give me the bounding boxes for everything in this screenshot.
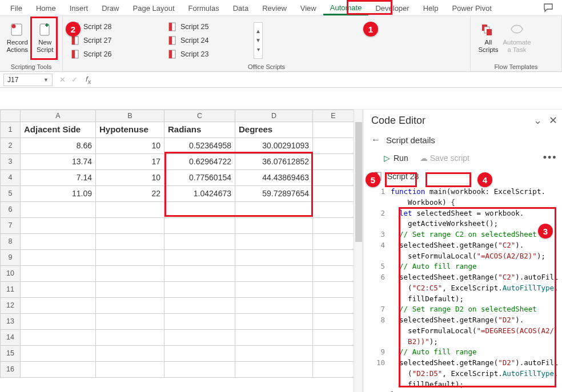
empty-cell[interactable] (313, 234, 354, 250)
name-box[interactable]: J17▼ (3, 74, 53, 86)
tab-file[interactable]: File (3, 1, 29, 14)
empty-cell[interactable] (96, 314, 164, 330)
save-script-button[interactable]: ☁ Save script (416, 152, 473, 164)
data-cell[interactable] (313, 170, 354, 186)
empty-cell[interactable] (164, 362, 235, 378)
new-script-button[interactable]: New Script (31, 18, 59, 57)
empty-cell[interactable] (235, 298, 313, 314)
data-cell[interactable]: 22 (96, 186, 164, 202)
empty-cell[interactable] (96, 330, 164, 346)
empty-cell[interactable] (235, 330, 313, 346)
empty-cell[interactable] (21, 250, 96, 266)
row-header[interactable]: 12 (0, 298, 21, 314)
header-cell[interactable]: Degrees (235, 122, 313, 138)
empty-cell[interactable] (21, 234, 96, 250)
row-header[interactable]: 6 (0, 202, 21, 218)
all-scripts-button[interactable]: All Scripts (474, 18, 503, 57)
col-header[interactable]: E (313, 110, 354, 122)
empty-cell[interactable] (96, 234, 164, 250)
header-cell[interactable]: Adjacent Side (21, 122, 96, 138)
data-cell[interactable] (313, 138, 354, 154)
empty-cell[interactable] (164, 234, 235, 250)
empty-cell[interactable] (96, 218, 164, 234)
data-cell[interactable] (313, 154, 354, 170)
empty-cell[interactable] (21, 266, 96, 282)
row-header[interactable]: 2 (0, 138, 21, 154)
data-cell[interactable]: 7.14 (21, 170, 96, 186)
empty-cell[interactable] (313, 202, 354, 218)
tab-help[interactable]: Help (416, 1, 445, 14)
row-header[interactable]: 7 (0, 218, 21, 234)
data-cell[interactable] (313, 186, 354, 202)
data-cell[interactable]: 0.52364958 (164, 138, 235, 154)
tab-home[interactable]: Home (29, 1, 63, 14)
automate-task-button[interactable]: Automate a Task (503, 18, 531, 57)
data-cell[interactable]: 10 (96, 170, 164, 186)
tab-data[interactable]: Data (226, 1, 255, 14)
empty-cell[interactable] (164, 250, 235, 266)
col-header[interactable]: A (21, 110, 96, 122)
script-gallery-item[interactable]: Script 28 (71, 21, 151, 33)
tab-draw[interactable]: Draw (95, 1, 126, 14)
empty-cell[interactable] (164, 202, 235, 218)
empty-cell[interactable] (96, 298, 164, 314)
fx-icon[interactable]: fx (82, 75, 94, 85)
empty-cell[interactable] (21, 362, 96, 378)
empty-cell[interactable] (164, 314, 235, 330)
empty-cell[interactable] (235, 346, 313, 362)
code-editor[interactable]: 1234567891011 function main(workbook: Ex… (374, 184, 561, 392)
empty-cell[interactable] (235, 250, 313, 266)
row-header[interactable]: 5 (0, 186, 21, 202)
row-header[interactable]: 15 (0, 346, 21, 362)
data-cell[interactable]: 30.00291093 (235, 138, 313, 154)
col-header[interactable]: C (164, 110, 235, 122)
close-icon[interactable]: ✕ (549, 114, 557, 127)
empty-cell[interactable] (313, 250, 354, 266)
empty-cell[interactable] (164, 346, 235, 362)
row-header[interactable]: 8 (0, 234, 21, 250)
tab-insert[interactable]: Insert (63, 1, 95, 14)
back-arrow-icon[interactable]: ← (371, 135, 380, 145)
header-cell[interactable]: Hypotenuse (96, 122, 164, 138)
header-cell[interactable] (313, 122, 354, 138)
tab-formulas[interactable]: Formulas (182, 1, 226, 14)
empty-cell[interactable] (235, 282, 313, 298)
empty-cell[interactable] (313, 362, 354, 378)
row-header[interactable]: 13 (0, 314, 21, 330)
empty-cell[interactable] (235, 314, 313, 330)
empty-cell[interactable] (21, 202, 96, 218)
data-cell[interactable]: 44.43869463 (235, 170, 313, 186)
empty-cell[interactable] (21, 346, 96, 362)
empty-cell[interactable] (96, 202, 164, 218)
row-header[interactable]: 11 (0, 282, 21, 298)
empty-cell[interactable] (21, 330, 96, 346)
empty-cell[interactable] (96, 250, 164, 266)
empty-cell[interactable] (96, 282, 164, 298)
vertical-scrollbar[interactable] (354, 110, 363, 392)
empty-cell[interactable] (21, 218, 96, 234)
script-gallery-item[interactable]: Script 26 (71, 48, 151, 60)
empty-cell[interactable] (313, 346, 354, 362)
tab-page-layout[interactable]: Page Layout (126, 1, 182, 14)
tab-view[interactable]: View (294, 1, 323, 14)
script-gallery-item[interactable]: Script 24 (168, 34, 248, 47)
empty-cell[interactable] (96, 362, 164, 378)
data-cell[interactable]: 0.77560154 (164, 170, 235, 186)
header-cell[interactable]: Radians (164, 122, 235, 138)
data-cell[interactable]: 10 (96, 138, 164, 154)
gallery-scroll[interactable]: ▲▼▾ (254, 22, 263, 59)
tab-power-pivot[interactable]: Power Pivot (445, 1, 498, 14)
row-header[interactable]: 9 (0, 250, 21, 266)
data-cell[interactable]: 17 (96, 154, 164, 170)
empty-cell[interactable] (164, 218, 235, 234)
row-header[interactable]: 1 (0, 122, 21, 138)
more-options-icon[interactable]: ••• (543, 152, 557, 164)
data-cell[interactable]: 13.74 (21, 154, 96, 170)
script-gallery-item[interactable]: Script 23 (168, 48, 248, 60)
empty-cell[interactable] (164, 282, 235, 298)
empty-cell[interactable] (313, 314, 354, 330)
empty-cell[interactable] (313, 266, 354, 282)
col-header[interactable]: D (235, 110, 313, 122)
data-cell[interactable]: 0.62964722 (164, 154, 235, 170)
row-header[interactable]: 14 (0, 330, 21, 346)
